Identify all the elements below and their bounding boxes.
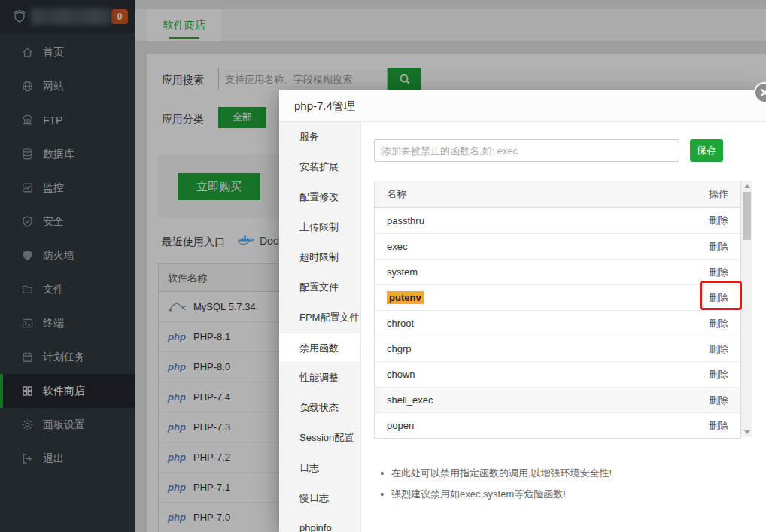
- modal-menu-item-配置文件[interactable]: 配置文件: [279, 272, 360, 302]
- table-scrollbar[interactable]: [741, 181, 752, 437]
- modal-menu-item-性能调整[interactable]: 性能调整: [279, 363, 360, 393]
- scroll-up-arrow-icon[interactable]: [741, 181, 752, 191]
- disabled-functions-table: 名称 操作 passthru删除exec删除system删除putenv删除ch…: [374, 181, 752, 439]
- function-name: popen: [387, 420, 414, 431]
- modal-menu-item-上传限制[interactable]: 上传限制: [279, 212, 360, 242]
- function-row: passthru删除: [375, 208, 740, 233]
- save-button[interactable]: 保存: [690, 139, 723, 162]
- function-row: chroot删除: [375, 310, 740, 336]
- disabled-functions-panel: 保存 名称 操作 passthru删除exec删除system删除putenv删…: [361, 122, 766, 532]
- scrollbar-thumb[interactable]: [743, 192, 751, 240]
- disabled-function-input[interactable]: [374, 139, 679, 162]
- function-name: chroot: [387, 318, 414, 329]
- close-icon: [760, 88, 766, 97]
- note-item: 在此处可以禁用指定函数的调用,以增强环境安全性!: [378, 463, 731, 484]
- note-item: 强烈建议禁用如exec,system等危险函数!: [378, 484, 731, 505]
- function-name: putenv: [387, 292, 424, 303]
- function-name: chown: [387, 369, 415, 380]
- modal-menu-item-安装扩展[interactable]: 安装扩展: [279, 152, 360, 182]
- function-name: chgrp: [387, 343, 412, 354]
- delete-link[interactable]: 删除: [709, 317, 728, 330]
- function-row: exec删除: [375, 233, 740, 259]
- scroll-down-arrow-icon[interactable]: [741, 427, 752, 437]
- function-row: chgrp删除: [375, 336, 740, 361]
- column-action: 操作: [709, 187, 728, 201]
- modal-title: php-7.4管理: [279, 90, 766, 122]
- delete-link[interactable]: 删除: [709, 368, 728, 382]
- function-name: exec: [387, 241, 407, 252]
- modal-menu-item-日志[interactable]: 日志: [279, 453, 360, 483]
- modal-menu-item-禁用函数[interactable]: 禁用函数: [279, 333, 360, 363]
- delete-link[interactable]: 删除: [709, 240, 728, 254]
- delete-link[interactable]: 删除: [709, 214, 728, 227]
- search-highlight: putenv: [387, 291, 424, 304]
- modal-menu-item-超时限制[interactable]: 超时限制: [279, 242, 360, 272]
- annotation-box: [700, 281, 742, 310]
- function-row: chown删除: [375, 361, 740, 387]
- modal-menu-item-慢日志[interactable]: 慢日志: [279, 483, 360, 513]
- delete-link[interactable]: 删除: [709, 419, 728, 433]
- function-name: system: [387, 266, 418, 278]
- delete-link[interactable]: 删除: [709, 266, 728, 279]
- delete-link[interactable]: 删除: [709, 342, 728, 356]
- modal-menu-item-phpinfo[interactable]: phpinfo: [279, 513, 360, 532]
- modal-menu-item-FPM配置文件[interactable]: FPM配置文件: [279, 302, 360, 333]
- function-row: shell_exec删除: [375, 387, 740, 412]
- modal-menu-item-配置修改[interactable]: 配置修改: [279, 182, 360, 212]
- column-name: 名称: [387, 187, 406, 201]
- modal-menu-item-负载状态[interactable]: 负载状态: [279, 393, 360, 423]
- modal-menu: 服务安装扩展配置修改上传限制超时限制配置文件FPM配置文件禁用函数性能调整负载状…: [279, 122, 361, 532]
- function-name: passthru: [387, 215, 424, 226]
- function-row: putenv删除: [375, 284, 740, 310]
- php-manage-modal: php-7.4管理 服务安装扩展配置修改上传限制超时限制配置文件FPM配置文件禁…: [279, 90, 766, 532]
- delete-link[interactable]: 删除: [709, 394, 728, 407]
- app-window: 软件商店 应用搜索 应用分类 全部 立即购买 最近使用入口: [0, 0, 766, 532]
- function-row: system删除: [375, 259, 740, 284]
- modal-menu-item-服务[interactable]: 服务: [279, 122, 360, 152]
- notes-list: 在此处可以禁用指定函数的调用,以增强环境安全性!强烈建议禁用如exec,syst…: [378, 463, 731, 505]
- function-row: popen删除: [375, 412, 740, 438]
- function-name: shell_exec: [387, 394, 433, 406]
- modal-menu-item-Session配置[interactable]: Session配置: [279, 423, 360, 453]
